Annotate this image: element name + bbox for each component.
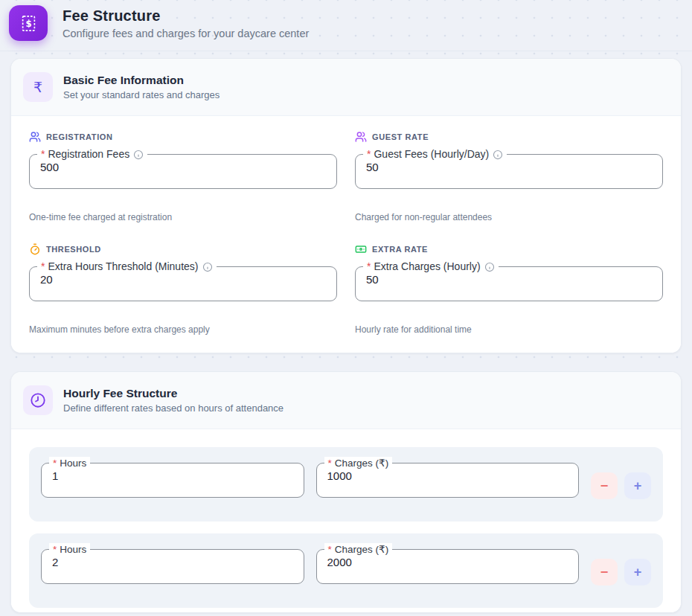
field-group-threshold: THRESHOLD * Extra Hours Threshold (Minut… [29, 243, 337, 335]
registration-helper: One-time fee charged at registration [29, 212, 337, 222]
charges-label: Charges (₹) [335, 543, 388, 556]
clock-icon-box [23, 385, 53, 415]
add-rate-button[interactable]: + [624, 559, 651, 585]
guest-fees-field: * Guest Fees (Hourly/Day) [355, 154, 663, 189]
rate-row: * Hours * Charges (₹) − [29, 447, 663, 522]
page-title: Fee Structure [63, 7, 309, 25]
hourly-fee-card-title: Hourly Fee Structure [63, 387, 283, 400]
receipt-dollar-icon: $ [19, 13, 39, 33]
charges-field: * Charges (₹) [316, 463, 580, 498]
minus-icon: − [600, 565, 609, 579]
users-icon [355, 131, 367, 143]
basic-fee-card-subtitle: Set your standard rates and charges [63, 89, 220, 100]
basic-fee-card-title: Basic Fee Information [63, 74, 220, 87]
extra-charges-label: Extra Charges (Hourly) [374, 260, 480, 273]
rupee-icon-box: ₹ [23, 72, 53, 102]
page-header-text: Fee Structure Configure fees and charges… [63, 7, 309, 39]
remove-rate-button[interactable]: − [591, 472, 618, 499]
basic-fee-card: ₹ Basic Fee Information Set your standar… [10, 58, 682, 353]
info-icon[interactable] [133, 150, 144, 160]
info-icon[interactable] [202, 262, 213, 272]
charges-label: Charges (₹) [335, 457, 388, 469]
guest-rate-tag: GUEST RATE [372, 132, 429, 141]
required-marker: * [367, 148, 371, 161]
info-icon[interactable] [493, 150, 503, 160]
required-marker: * [328, 457, 332, 469]
plus-icon: + [634, 479, 642, 493]
info-icon[interactable] [484, 262, 495, 272]
remove-rate-button[interactable]: − [591, 559, 618, 585]
page-header: $ Fee Structure Configure fees and charg… [0, 0, 692, 51]
field-group-guest-rate: GUEST RATE * Guest Fees (Hourly/Day) Cha… [355, 131, 663, 222]
required-marker: * [328, 543, 332, 556]
registration-fees-field: * Registration Fees [29, 154, 337, 189]
page-subtitle: Configure fees and charges for your dayc… [63, 28, 309, 39]
plus-icon: + [634, 565, 642, 579]
hourly-fee-card: Hourly Fee Structure Define different ra… [10, 371, 682, 613]
field-group-registration: REGISTRATION * Registration Fees One-tim… [29, 131, 337, 222]
threshold-tag: THRESHOLD [46, 245, 101, 254]
extra-rate-helper: Hourly rate for additional time [355, 324, 663, 335]
svg-text:$: $ [25, 18, 31, 28]
clock-icon [30, 392, 46, 408]
fee-structure-app-icon: $ [9, 5, 48, 41]
hours-label: Hours [60, 457, 86, 469]
guest-rate-helper: Charged for non-regular attendees [355, 212, 663, 222]
registration-fees-label: Registration Fees [48, 148, 129, 161]
minus-icon: − [600, 479, 609, 493]
rate-row: * Hours * Charges (₹) − [29, 533, 663, 608]
required-marker: * [53, 457, 57, 469]
hours-label: Hours [60, 543, 86, 556]
guest-fees-label: Guest Fees (Hourly/Day) [374, 148, 489, 161]
required-marker: * [53, 543, 57, 556]
hours-field: * Hours [41, 463, 304, 498]
hourly-fee-card-header: Hourly Fee Structure Define different ra… [11, 372, 681, 429]
hours-field: * Hours [41, 549, 304, 584]
required-marker: * [367, 260, 371, 273]
timer-icon [29, 243, 41, 255]
add-rate-button[interactable]: + [624, 472, 651, 499]
banknote-icon [355, 243, 367, 255]
basic-fee-grid: REGISTRATION * Registration Fees One-tim… [11, 116, 681, 353]
field-group-extra-rate: EXTRA RATE * Extra Charges (Hourly) Hour… [355, 243, 663, 335]
required-marker: * [41, 148, 45, 161]
extra-hours-threshold-label: Extra Hours Threshold (Minutes) [48, 260, 198, 273]
required-marker: * [41, 260, 45, 273]
rupee-icon: ₹ [33, 79, 42, 96]
extra-rate-tag: EXTRA RATE [372, 245, 428, 254]
users-icon [29, 131, 41, 143]
basic-fee-card-header: ₹ Basic Fee Information Set your standar… [11, 59, 681, 116]
threshold-helper: Maximum minutes before extra charges app… [29, 324, 337, 335]
extra-charges-field: * Extra Charges (Hourly) [355, 266, 663, 301]
hourly-fee-card-subtitle: Define different rates based on hours of… [63, 402, 283, 414]
extra-hours-threshold-field: * Extra Hours Threshold (Minutes) [29, 266, 337, 301]
hourly-rate-list: * Hours * Charges (₹) − [11, 429, 681, 612]
charges-field: * Charges (₹) [316, 549, 580, 584]
registration-tag: REGISTRATION [46, 132, 113, 141]
